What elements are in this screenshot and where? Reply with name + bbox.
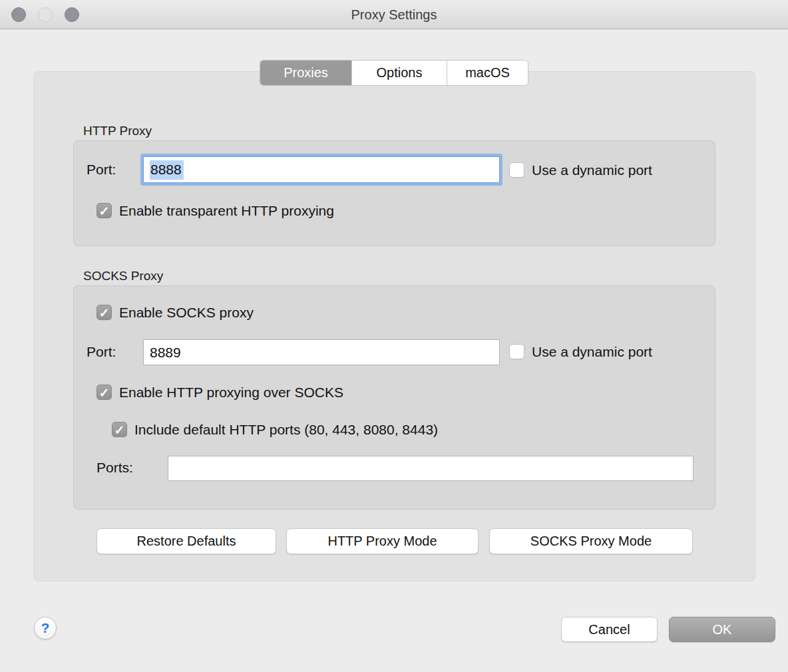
tab-bar: Proxies Options macOS — [260, 60, 528, 86]
help-button[interactable]: ? — [34, 617, 57, 639]
http-port-field[interactable]: 8888 — [143, 156, 500, 183]
restore-defaults-button[interactable]: Restore Defaults — [97, 528, 276, 554]
socks-ports-label: Ports: — [97, 460, 133, 476]
socks-port-field[interactable] — [143, 339, 500, 365]
socks-dynamic-port-label[interactable]: Use a dynamic port — [532, 343, 652, 360]
http-dynamic-port-label[interactable]: Use a dynamic port — [532, 162, 652, 178]
socks-dynamic-port-checkbox[interactable] — [509, 344, 524, 359]
http-proxy-section-header: HTTP Proxy — [83, 124, 152, 138]
socks-proxy-section-header: SOCKS Proxy — [83, 269, 163, 283]
socks-include-defaults-label[interactable]: Include default HTTP ports (80, 443, 808… — [134, 421, 438, 438]
cancel-button[interactable]: Cancel — [561, 617, 658, 642]
socks-include-defaults-checkbox[interactable] — [112, 422, 127, 437]
http-transparent-checkbox[interactable] — [97, 203, 112, 218]
question-mark-icon: ? — [41, 620, 50, 635]
http-proxy-mode-button[interactable]: HTTP Proxy Mode — [286, 528, 479, 554]
http-transparent-label[interactable]: Enable transparent HTTP proxying — [119, 202, 334, 219]
socks-enable-checkbox[interactable] — [97, 305, 112, 320]
socks-ports-field[interactable] — [168, 456, 693, 481]
socks-http-over-socks-label[interactable]: Enable HTTP proxying over SOCKS — [119, 384, 343, 401]
http-dynamic-port-checkbox[interactable] — [509, 162, 524, 178]
socks-port-label: Port: — [87, 344, 116, 360]
tab-macos[interactable]: macOS — [447, 61, 528, 85]
http-port-label: Port: — [87, 162, 116, 178]
title-bar: Proxy Settings — [0, 0, 788, 29]
tab-proxies[interactable]: Proxies — [260, 61, 351, 85]
tab-options[interactable]: Options — [351, 61, 447, 85]
ok-button[interactable]: OK — [669, 617, 775, 642]
socks-proxy-mode-button[interactable]: SOCKS Proxy Mode — [489, 528, 693, 554]
window-title: Proxy Settings — [0, 0, 788, 29]
proxy-settings-window: Proxy Settings Proxies Options macOS HTT… — [0, 0, 788, 672]
socks-http-over-socks-checkbox[interactable] — [97, 385, 112, 400]
socks-enable-label[interactable]: Enable SOCKS proxy — [119, 304, 254, 321]
http-port-value: 8888 — [150, 160, 184, 180]
